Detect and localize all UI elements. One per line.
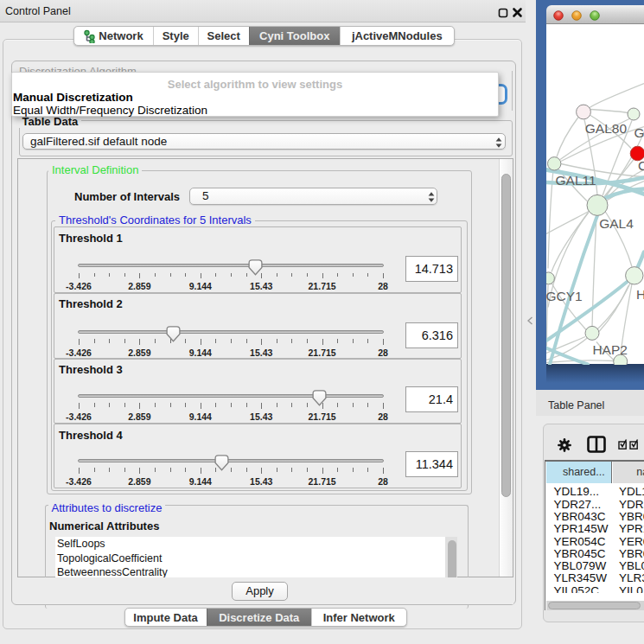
svg-text:HAP2: HAP2: [592, 341, 628, 356]
svg-text:GCY1: GCY1: [546, 288, 583, 303]
svg-text:C: C: [638, 157, 644, 172]
svg-text:GAL11: GAL11: [556, 172, 596, 187]
svg-text:GAL80: GAL80: [585, 121, 628, 136]
svg-text:GA: GA: [634, 124, 644, 139]
svg-text:H: H: [636, 287, 644, 302]
svg-text:GAL4: GAL4: [599, 215, 634, 230]
